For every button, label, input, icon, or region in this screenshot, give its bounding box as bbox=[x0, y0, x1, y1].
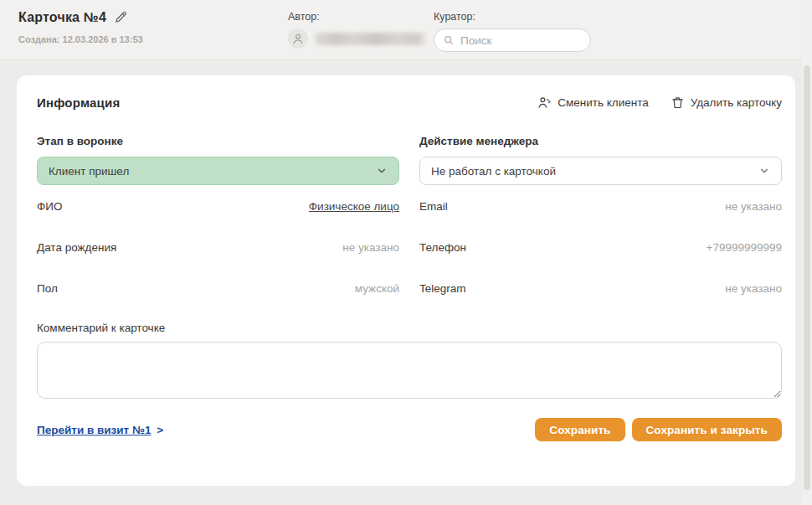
field-row-phone: Телефон +79999999999 bbox=[419, 227, 782, 267]
telegram-value: не указано bbox=[725, 282, 782, 295]
curator-block: Куратор: bbox=[434, 10, 591, 52]
field-row-gender: Пол мужской bbox=[37, 268, 399, 308]
info-title: Информация bbox=[37, 95, 120, 110]
curator-search-input[interactable] bbox=[460, 34, 578, 47]
funnel-stage-label: Этап в воронке bbox=[37, 135, 399, 147]
birthdate-value: не указано bbox=[342, 241, 399, 254]
change-client-label: Сменить клиента bbox=[558, 96, 648, 109]
delete-card-button[interactable]: Удалить карточку bbox=[671, 95, 782, 110]
field-row-telegram: Telegram не указано bbox=[419, 268, 782, 308]
topbar: Карточка №4 Создана: 12.03.2026 в 13:53 … bbox=[0, 0, 812, 60]
fio-label: ФИО bbox=[37, 200, 62, 213]
change-client-button[interactable]: Сменить клиента bbox=[537, 95, 648, 110]
field-row-birthdate: Дата рождения не указано bbox=[37, 227, 399, 267]
vertical-scrollbar[interactable] bbox=[802, 0, 812, 505]
curator-label: Куратор: bbox=[434, 11, 591, 23]
page-title: Карточка №4 bbox=[18, 10, 106, 25]
main-area: Информация Сменить клиента bbox=[0, 60, 812, 486]
visit-link-label: Перейти в визит №1 bbox=[37, 424, 152, 436]
save-close-button[interactable]: Сохранить и закрыть bbox=[632, 418, 782, 441]
chevron-down-icon bbox=[376, 165, 388, 177]
birthdate-label: Дата рождения bbox=[37, 241, 116, 254]
manager-action-select[interactable]: Не работал с карточкой bbox=[419, 157, 782, 185]
trash-icon bbox=[671, 95, 685, 110]
right-column: Действие менеджера Не работал с карточко… bbox=[419, 135, 782, 308]
comment-textarea[interactable] bbox=[37, 342, 782, 399]
chevron-down-icon bbox=[758, 165, 770, 177]
author-block: Автор: bbox=[288, 10, 434, 49]
fio-value-link[interactable]: Физическое лицо bbox=[309, 200, 399, 213]
manager-action-value: Не работал с карточкой bbox=[431, 165, 556, 178]
scrollbar-thumb[interactable] bbox=[804, 65, 810, 490]
gender-value: мужской bbox=[355, 282, 399, 295]
left-column: Этап в воронке Клиент пришел ФИО Физичес… bbox=[37, 135, 399, 308]
edit-title-icon[interactable] bbox=[114, 10, 128, 24]
visit-link[interactable]: Перейти в визит №1 > bbox=[37, 424, 163, 436]
author-label: Автор: bbox=[288, 11, 434, 23]
email-label: Email bbox=[419, 200, 448, 213]
field-row-fio: ФИО Физическое лицо bbox=[37, 186, 399, 226]
manager-action-label: Действие менеджера bbox=[419, 135, 782, 147]
search-icon bbox=[443, 34, 455, 46]
author-avatar bbox=[288, 28, 308, 49]
email-value: не указано bbox=[725, 200, 782, 213]
phone-label: Телефон bbox=[419, 241, 466, 254]
visit-link-arrow: > bbox=[157, 424, 163, 436]
phone-value: +79999999999 bbox=[707, 241, 782, 254]
gender-label: Пол bbox=[37, 282, 58, 295]
funnel-stage-value: Клиент пришел bbox=[49, 165, 129, 178]
created-date: Создана: 12.03.2026 в 13:53 bbox=[18, 34, 288, 44]
comment-label: Комментарий к карточке bbox=[37, 322, 782, 334]
funnel-stage-select[interactable]: Клиент пришел bbox=[37, 157, 399, 185]
field-row-email: Email не указано bbox=[419, 186, 782, 226]
person-icon bbox=[291, 32, 305, 45]
person-switch-icon bbox=[537, 95, 552, 110]
curator-search[interactable] bbox=[434, 28, 591, 52]
delete-card-label: Удалить карточку bbox=[691, 96, 782, 109]
info-card: Информация Сменить клиента bbox=[17, 75, 795, 486]
save-button[interactable]: Сохранить bbox=[535, 418, 624, 441]
card-title-block: Карточка №4 Создана: 12.03.2026 в 13:53 bbox=[18, 10, 288, 44]
author-name-redacted bbox=[315, 33, 425, 45]
telegram-label: Telegram bbox=[419, 282, 466, 295]
